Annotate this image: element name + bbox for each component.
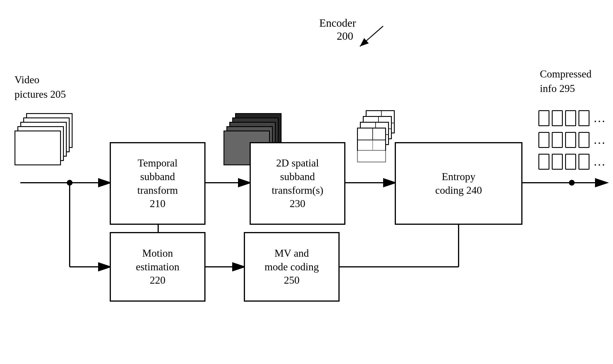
entropy-coding-label: Entropycoding 240 [435,170,482,197]
diagram: Encoder 200 Videopictures 205 Temporalsu… [0,0,613,364]
motion-estimation-label: Motionestimation220 [136,247,179,287]
svg-point-3 [67,180,73,186]
mv-mode-coding-box: MV andmode coding250 [244,232,340,302]
spatial-subband-label: 2D spatialsubbandtransform(s)230 [272,156,323,211]
svg-point-8 [569,180,575,186]
entropy-coding-box: Entropycoding 240 [395,142,522,225]
motion-estimation-box: Motionestimation220 [110,232,205,302]
svg-line-16 [360,26,383,46]
encoder-arrow [342,23,401,52]
video-pictures-label: Videopictures 205 [15,73,66,102]
spatial-subband-box: 2D spatialsubbandtransform(s)230 [250,142,345,225]
compressed-info-label: Compressedinfo 295 [540,67,592,96]
temporal-subband-box: Temporalsubbandtransform210 [110,142,205,225]
temporal-subband-label: Temporalsubbandtransform210 [137,156,178,211]
mv-mode-coding-label: MV andmode coding250 [265,247,319,287]
spatial-output-icon [357,110,395,168]
